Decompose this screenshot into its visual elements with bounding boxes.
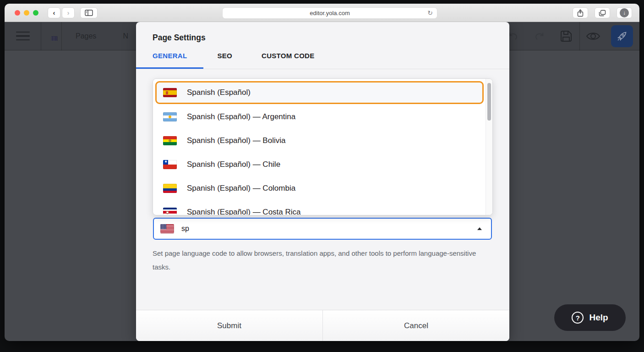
language-dropdown-list: Spanish (Español) Spanish (Español) — Ar…: [153, 78, 493, 215]
language-option-label: Spanish (Español) — Chile: [187, 160, 280, 169]
dropdown-scrollbar[interactable]: [486, 79, 492, 215]
tabs-overview-button[interactable]: [595, 7, 610, 18]
submit-button[interactable]: Submit: [136, 310, 322, 341]
colombia-flag-icon: [163, 184, 177, 193]
tab-seo[interactable]: SEO: [203, 49, 246, 69]
new-page-button-partial[interactable]: N: [123, 32, 128, 40]
tab-custom-code[interactable]: CUSTOM CODE: [246, 49, 328, 69]
browser-chrome: ‹ › editor.yola.com ↻: [5, 4, 639, 22]
save-icon: [559, 29, 573, 43]
us-flag-icon: [160, 224, 174, 233]
close-window-button[interactable]: [15, 10, 20, 16]
download-icon: ↓: [620, 8, 629, 17]
preview-button[interactable]: [585, 28, 601, 44]
language-option-spanish-argentina[interactable]: Spanish (Español) — Argentina: [153, 105, 492, 129]
help-button-label: Help: [589, 313, 608, 323]
language-option-spanish-chile[interactable]: Spanish (Español) — Chile: [153, 153, 492, 176]
question-mark-icon: ?: [572, 312, 584, 324]
cancel-button[interactable]: Cancel: [323, 310, 509, 341]
language-option-spanish-bolivia[interactable]: Spanish (Español) — Bolivia: [153, 129, 492, 153]
language-search-field[interactable]: [153, 218, 492, 240]
eye-icon: [585, 30, 601, 42]
toolbar-divider: [579, 22, 580, 50]
traffic-lights: [15, 10, 38, 16]
modal-footer: Submit Cancel: [136, 310, 509, 341]
redo-button[interactable]: [532, 28, 547, 44]
reload-icon[interactable]: ↻: [427, 9, 433, 16]
language-option-spanish[interactable]: Spanish (Español): [155, 81, 484, 104]
language-option-spanish-colombia[interactable]: Spanish (Español) — Colombia: [153, 176, 492, 200]
language-option-spanish-costa-rica[interactable]: Spanish (Español) — Costa Rica: [153, 200, 492, 215]
modal-tabs: GENERAL SEO CUSTOM CODE: [136, 49, 509, 69]
costa-rica-flag-icon: [163, 208, 177, 215]
language-option-label: Spanish (Español) — Argentina: [187, 112, 295, 121]
rocket-icon: [616, 30, 628, 42]
redo-icon: [534, 31, 546, 42]
sidebar-icon: [85, 10, 93, 16]
toolbar-divider: [61, 22, 62, 50]
zoom-window-button[interactable]: [33, 10, 38, 16]
pages-menu-button[interactable]: Pages: [76, 32, 96, 40]
bolivia-flag-icon: [163, 136, 177, 145]
editor-overlay: Pages N: [5, 22, 639, 341]
browser-window: ‹ › editor.yola.com ↻: [5, 4, 639, 341]
language-option-label: Spanish (Español): [187, 88, 251, 97]
language-option-label: Spanish (Español) — Colombia: [187, 184, 295, 193]
page-settings-modal: Page Settings GENERAL SEO CUSTOM CODE Sp…: [136, 22, 509, 341]
menu-button[interactable]: [16, 32, 30, 41]
sidebar-toggle-button[interactable]: [80, 7, 98, 18]
back-button[interactable]: ‹: [48, 7, 60, 18]
url-text: editor.yola.com: [310, 10, 349, 16]
dropdown-scrollbar-thumb[interactable]: [487, 83, 491, 121]
chile-flag-icon: [163, 160, 177, 169]
minimize-window-button[interactable]: [24, 10, 29, 16]
language-option-label: Spanish (Español) — Bolivia: [187, 136, 285, 145]
language-helper-text: Set page language code to allow browsers…: [153, 247, 494, 274]
address-bar[interactable]: editor.yola.com ↻: [222, 7, 437, 19]
language-option-label: Spanish (Español) — Costa Rica: [187, 208, 301, 215]
toolbar-divider: [41, 22, 41, 50]
share-icon: [577, 9, 584, 17]
save-button[interactable]: [558, 28, 574, 44]
share-button[interactable]: [573, 7, 588, 18]
language-search-input[interactable]: [181, 225, 477, 233]
modal-title: Page Settings: [153, 33, 493, 43]
publish-button[interactable]: [611, 25, 633, 47]
downloads-button[interactable]: ↓: [617, 7, 632, 18]
tab-general[interactable]: GENERAL: [136, 49, 203, 69]
spain-flag-icon: [163, 88, 177, 97]
help-button[interactable]: ? Help: [554, 304, 626, 331]
argentina-flag-icon: [163, 112, 177, 121]
tabs-icon: [599, 10, 606, 16]
forward-button[interactable]: ›: [62, 7, 75, 18]
collapse-dropdown-icon[interactable]: [477, 227, 482, 230]
